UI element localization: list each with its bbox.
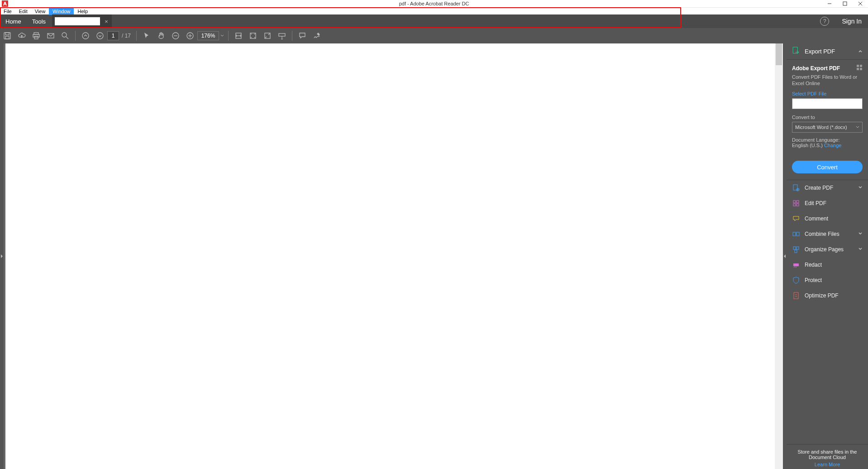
- comment-icon: [792, 215, 800, 222]
- convert-to-select[interactable]: Microsoft Word (*.docx): [792, 122, 863, 133]
- select-pdf-label: Select PDF File: [792, 91, 863, 96]
- email-icon[interactable]: [44, 29, 57, 42]
- document-tab-close-icon[interactable]: ×: [103, 18, 110, 25]
- svg-rect-30: [860, 68, 862, 70]
- tool-redact[interactable]: Redact: [787, 257, 868, 273]
- svg-rect-35: [793, 201, 796, 203]
- tool-label: Create PDF: [805, 185, 858, 191]
- chevron-down-icon: [858, 231, 863, 237]
- minimize-button[interactable]: [822, 0, 837, 7]
- tool-protect[interactable]: Protect: [787, 273, 868, 288]
- search-icon[interactable]: [59, 29, 72, 42]
- select-pdf-file-input[interactable]: [792, 98, 863, 109]
- svg-rect-40: [796, 232, 799, 236]
- document-page: [5, 43, 775, 469]
- read-mode-icon[interactable]: [276, 29, 288, 42]
- print-icon[interactable]: [30, 29, 43, 42]
- tab-tools[interactable]: Tools: [27, 14, 51, 28]
- fit-page-icon[interactable]: [247, 29, 259, 42]
- tool-organize[interactable]: Organize Pages: [787, 242, 868, 257]
- combine-icon: [792, 230, 800, 238]
- export-pdf-icon: [792, 47, 800, 56]
- svg-point-14: [82, 33, 89, 39]
- toolbar: / 17 176%: [0, 28, 868, 43]
- protect-icon: [792, 277, 800, 284]
- learn-more-link[interactable]: Learn More: [792, 462, 863, 467]
- zoom-dropdown-icon[interactable]: [219, 34, 225, 38]
- tool-label: Comment: [805, 215, 863, 222]
- optimize-icon: [792, 292, 800, 299]
- zoom-value[interactable]: 176%: [197, 31, 219, 40]
- tool-edit[interactable]: Edit PDF: [787, 196, 868, 211]
- tool-comment[interactable]: Comment: [787, 211, 868, 226]
- export-pdf-header[interactable]: Export PDF: [787, 43, 868, 60]
- page-number-input[interactable]: [107, 31, 119, 40]
- svg-point-12: [62, 33, 67, 37]
- svg-rect-42: [793, 247, 796, 249]
- tool-optimize[interactable]: Optimize PDF: [787, 288, 868, 303]
- create-icon: [792, 184, 800, 191]
- svg-rect-46: [794, 292, 798, 299]
- hand-tool-icon[interactable]: [155, 29, 167, 42]
- vertical-scrollbar[interactable]: [775, 43, 783, 469]
- menu-bar: File Edit View Window Help: [0, 7, 868, 14]
- svg-rect-5: [4, 33, 10, 39]
- fullscreen-icon[interactable]: [261, 29, 274, 42]
- page-total-label: / 17: [122, 33, 131, 39]
- svg-rect-10: [34, 36, 38, 39]
- left-panel-toggle[interactable]: [0, 43, 4, 469]
- page-down-icon[interactable]: [94, 29, 106, 42]
- chevron-down-icon: [858, 185, 863, 191]
- window-title: pdf - Adobe Acrobat Reader DC: [399, 1, 469, 6]
- menu-help[interactable]: Help: [74, 8, 91, 15]
- select-tool-icon[interactable]: [140, 29, 153, 42]
- tool-label: Optimize PDF: [805, 292, 863, 299]
- export-pdf-heading: Adobe Export PDF: [792, 65, 840, 72]
- sign-in-button[interactable]: Sign In: [835, 18, 868, 25]
- maximize-button[interactable]: [837, 0, 853, 7]
- fit-width-icon[interactable]: [232, 29, 245, 42]
- document-language-label: Document Language:: [792, 137, 839, 143]
- menu-view[interactable]: View: [31, 8, 49, 15]
- help-icon[interactable]: ?: [820, 17, 829, 26]
- zoom-in-icon[interactable]: [184, 29, 196, 42]
- export-pdf-title: Export PDF: [805, 48, 858, 55]
- zoom-out-icon[interactable]: [169, 29, 182, 42]
- menu-window[interactable]: Window: [49, 8, 74, 15]
- svg-rect-39: [793, 232, 796, 236]
- svg-rect-0: [2, 0, 8, 7]
- comment-icon[interactable]: [296, 29, 309, 42]
- change-language-link[interactable]: Change: [824, 143, 842, 148]
- svg-rect-29: [857, 68, 859, 70]
- svg-point-15: [97, 33, 103, 39]
- svg-rect-44: [795, 250, 797, 253]
- document-viewport[interactable]: [4, 43, 783, 469]
- menu-edit[interactable]: Edit: [15, 8, 31, 15]
- menu-file[interactable]: File: [0, 8, 15, 15]
- svg-line-13: [66, 37, 68, 39]
- export-settings-icon[interactable]: [856, 64, 863, 72]
- footer-text: Store and share files in the Document Cl…: [798, 449, 857, 460]
- document-tab[interactable]: ×: [52, 14, 112, 28]
- tool-label: Combine Files: [805, 231, 858, 237]
- svg-rect-37: [793, 204, 796, 206]
- convert-to-value: Microsoft Word (*.docx): [795, 124, 847, 130]
- chevron-down-icon: [858, 246, 863, 253]
- close-button[interactable]: [853, 0, 868, 7]
- svg-rect-36: [796, 201, 799, 203]
- right-panel-toggle[interactable]: [783, 43, 787, 469]
- svg-rect-45: [793, 263, 799, 266]
- convert-button[interactable]: Convert: [792, 161, 863, 173]
- tab-home[interactable]: Home: [0, 14, 27, 28]
- tool-create[interactable]: Create PDF: [787, 180, 868, 196]
- cloud-upload-icon[interactable]: [15, 29, 28, 42]
- tool-combine[interactable]: Combine Files: [787, 226, 868, 242]
- svg-rect-27: [857, 65, 859, 67]
- tool-label: Organize Pages: [805, 246, 858, 253]
- save-icon[interactable]: [1, 29, 14, 42]
- scrollbar-thumb[interactable]: [776, 43, 782, 65]
- sign-icon[interactable]: [310, 29, 323, 42]
- tool-label: Protect: [805, 277, 863, 283]
- page-up-icon[interactable]: [79, 29, 92, 42]
- document-language-value: English (U.S.): [792, 143, 823, 148]
